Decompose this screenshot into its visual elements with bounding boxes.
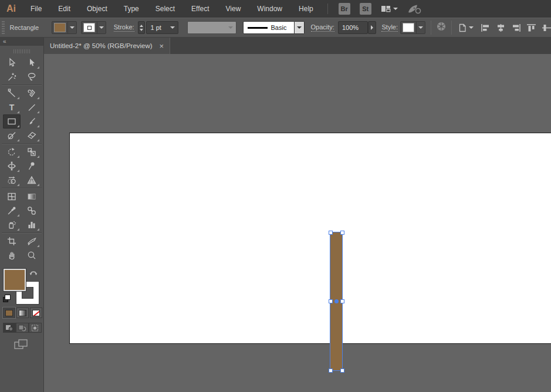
change-screen-mode-button[interactable] bbox=[14, 339, 28, 352]
perspective-grid-tool[interactable] bbox=[23, 173, 40, 187]
workspace-switcher-button[interactable] bbox=[381, 5, 398, 13]
gpu-performance-button[interactable] bbox=[407, 4, 421, 14]
menu-window[interactable]: Window bbox=[249, 0, 290, 18]
swap-fill-stroke-icon[interactable] bbox=[29, 269, 38, 277]
mesh-tool[interactable] bbox=[3, 190, 21, 204]
line-segment-tool[interactable] bbox=[23, 100, 40, 114]
document-tab[interactable]: Untitled-2* @ 50% (RGB/Preview) × bbox=[44, 38, 170, 54]
eraser-tool[interactable] bbox=[23, 129, 40, 143]
flyout-indicator bbox=[37, 111, 39, 113]
tool-grid: T bbox=[3, 56, 40, 262]
stepper-up-icon[interactable] bbox=[140, 25, 143, 27]
recolor-artwork-button[interactable] bbox=[436, 21, 447, 34]
align-left-icon[interactable] bbox=[481, 24, 490, 32]
fill-swatch[interactable] bbox=[4, 269, 26, 291]
lasso-tool[interactable] bbox=[23, 70, 40, 84]
shape-builder-tool[interactable] bbox=[3, 173, 21, 187]
graphic-style-chevron[interactable] bbox=[416, 21, 425, 34]
stepper-down-icon[interactable] bbox=[140, 29, 143, 31]
direct-selection-tool[interactable] bbox=[23, 56, 40, 70]
selection-handle[interactable] bbox=[329, 369, 333, 373]
fill-color-swatch[interactable] bbox=[54, 23, 66, 32]
brush-definition-chevron[interactable] bbox=[295, 21, 305, 34]
draw-normal-button[interactable] bbox=[3, 323, 16, 333]
menu-help[interactable]: Help bbox=[290, 0, 322, 18]
bridge-button[interactable]: Br bbox=[339, 3, 350, 15]
style-panel-link[interactable]: Style: bbox=[381, 23, 398, 32]
menu-edit[interactable]: Edit bbox=[50, 0, 79, 18]
selection-handle[interactable] bbox=[329, 299, 333, 303]
width-tool[interactable] bbox=[3, 159, 21, 173]
none-button[interactable] bbox=[30, 307, 42, 318]
stroke-color-dropdown[interactable] bbox=[81, 21, 106, 34]
blend-tool[interactable] bbox=[23, 204, 40, 218]
gradient-tool[interactable] bbox=[23, 190, 40, 204]
stroke-width-chevron[interactable] bbox=[170, 26, 175, 29]
lasso-icon bbox=[26, 72, 37, 82]
menu-object[interactable]: Object bbox=[79, 0, 116, 18]
align-horizontal-center-icon[interactable] bbox=[496, 24, 505, 32]
opacity-slider-button[interactable] bbox=[368, 21, 377, 34]
stroke-color-swatch[interactable] bbox=[83, 23, 95, 32]
stock-button[interactable]: St bbox=[360, 3, 371, 15]
opacity-panel-link[interactable]: Opacity: bbox=[311, 23, 334, 32]
fill-chevron[interactable] bbox=[67, 21, 76, 34]
scale-tool[interactable] bbox=[23, 145, 40, 159]
stroke-panel-link[interactable]: Stroke: bbox=[114, 23, 134, 32]
selection-handle[interactable] bbox=[340, 299, 344, 303]
canvas-area[interactable] bbox=[44, 54, 551, 392]
pen-tool[interactable] bbox=[3, 86, 21, 100]
eraser-icon bbox=[26, 130, 37, 141]
opacity-field[interactable]: 100% bbox=[338, 21, 368, 34]
stroke-width-stepper[interactable] bbox=[138, 21, 146, 34]
graphic-style-swatch[interactable] bbox=[403, 23, 414, 32]
menu-select[interactable]: Select bbox=[147, 0, 183, 18]
document-setup-button[interactable] bbox=[458, 23, 474, 33]
align-vertical-center-icon[interactable] bbox=[542, 24, 551, 32]
type-tool[interactable]: T bbox=[3, 100, 21, 114]
selection-handle[interactable] bbox=[340, 369, 344, 373]
menu-view[interactable]: View bbox=[218, 0, 249, 18]
selection-handle[interactable] bbox=[329, 231, 333, 235]
magic-wand-tool[interactable] bbox=[3, 70, 21, 84]
paintbrush-tool[interactable] bbox=[23, 114, 40, 129]
gradient-button[interactable] bbox=[16, 307, 29, 318]
shaper-tool[interactable] bbox=[3, 129, 21, 143]
brush-definition-dropdown[interactable]: Basic bbox=[243, 21, 305, 34]
menu-type[interactable]: Type bbox=[116, 0, 147, 18]
color-button[interactable] bbox=[3, 307, 15, 318]
stroke-width-field[interactable]: 1 pt bbox=[146, 21, 178, 34]
slice-tool[interactable] bbox=[23, 234, 40, 248]
draw-normal-icon bbox=[5, 325, 13, 332]
stroke-chevron[interactable] bbox=[97, 21, 106, 34]
rectangle-tool[interactable] bbox=[3, 114, 21, 129]
mesh-icon bbox=[6, 191, 17, 202]
column-graph-tool[interactable] bbox=[23, 218, 40, 232]
draw-behind-button[interactable] bbox=[16, 323, 29, 333]
puppet-warp-tool[interactable] bbox=[23, 159, 40, 173]
tab-close-icon[interactable]: × bbox=[159, 42, 164, 50]
artboard-tool[interactable] bbox=[3, 234, 21, 248]
draw-inside-button[interactable] bbox=[29, 323, 42, 333]
menu-effect[interactable]: Effect bbox=[183, 0, 217, 18]
controlbar-divider bbox=[431, 21, 431, 35]
selection-center-point[interactable] bbox=[334, 299, 339, 303]
selection-handle[interactable] bbox=[340, 231, 344, 235]
align-top-icon[interactable] bbox=[527, 24, 536, 32]
default-fill-stroke-icon[interactable] bbox=[3, 295, 12, 303]
graphic-style-dropdown[interactable] bbox=[400, 21, 425, 34]
tools-panel-grip[interactable] bbox=[13, 49, 30, 53]
symbol-sprayer-tool[interactable] bbox=[3, 218, 21, 232]
zoom-tool[interactable] bbox=[23, 248, 40, 262]
rotate-tool[interactable] bbox=[3, 145, 21, 159]
curvature-tool[interactable] bbox=[23, 86, 40, 100]
disabled-chevron-icon bbox=[228, 26, 233, 29]
hand-tool[interactable] bbox=[3, 248, 21, 262]
tools-panel-header[interactable]: « bbox=[0, 38, 43, 46]
fill-color-dropdown[interactable] bbox=[52, 21, 77, 34]
eyedropper-tool[interactable] bbox=[3, 204, 21, 218]
menu-file[interactable]: File bbox=[22, 0, 50, 18]
selection-tool[interactable] bbox=[3, 56, 21, 70]
controlbar-grip[interactable] bbox=[2, 21, 5, 34]
align-right-icon[interactable] bbox=[512, 24, 520, 32]
